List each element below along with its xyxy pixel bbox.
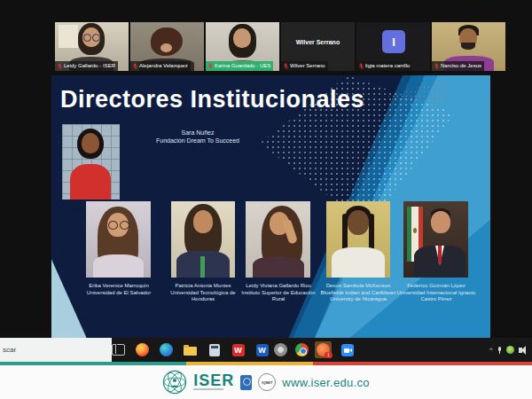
director-photo-erika — [86, 201, 151, 278]
participant-name-label: ligia matera carrillo — [356, 61, 412, 71]
antivirus-icon[interactable] — [506, 346, 514, 354]
featured-name: Sara Nuñez — [136, 129, 260, 137]
tray-microphone-icon[interactable] — [497, 347, 502, 354]
director-name: Federico Guzmán López — [395, 283, 477, 290]
participant-display-name: Wilver Serrano — [281, 39, 355, 45]
director-org: Instituto Superior de Educación Rural — [239, 290, 318, 303]
director-photo-patricia — [171, 201, 235, 278]
hidden-icons-chevron[interactable]: ^ — [489, 346, 493, 354]
director-org: Universidad Tecnológica de Honduras — [164, 290, 242, 303]
word-icon[interactable]: W — [254, 341, 270, 358]
director-name: Patricia Antonia Montes — [164, 283, 242, 290]
featured-caption: Sara Nuñez Fundación Dream To Succeed — [136, 129, 260, 145]
participant-tile-ligia[interactable]: I ligia matera carrillo — [356, 22, 430, 71]
calculator-icon[interactable] — [206, 341, 223, 358]
zoom-app-icon[interactable] — [339, 341, 356, 358]
powerpoint-icon[interactable]: 1 — [315, 341, 332, 358]
participant-name: Karina Guardado - UES — [215, 61, 270, 71]
director-caption: Leidy Viviana Gallardo Rico Instituto Su… — [239, 283, 318, 303]
wps-office-icon[interactable]: W — [230, 341, 246, 358]
participant-name: Wilver Serrano — [290, 61, 325, 71]
director-caption: Federico Guzmán López Universidad Intern… — [395, 283, 477, 303]
settings-icon[interactable] — [272, 341, 289, 358]
director-org: Universidad de El Salvador — [78, 290, 160, 297]
iqnet-badge: IQNET — [258, 373, 276, 391]
participant-tile-leidy-gallardo[interactable]: Leidy Gallardo - ISER — [55, 22, 129, 71]
chrome-icon[interactable] — [293, 341, 310, 358]
iser-brand-text: ISER — [193, 374, 234, 387]
firefox-icon[interactable] — [134, 341, 151, 358]
participant-name-label: Wilver Serrano — [281, 61, 328, 71]
participant-tile-narciso[interactable]: Narciso de Jesus — [432, 22, 505, 71]
director-name: Dexon Sambola McKenson — [314, 283, 403, 290]
speaker-icon[interactable] — [519, 348, 522, 353]
edge-icon[interactable] — [158, 341, 175, 358]
participant-name: ligia matera carrillo — [365, 61, 410, 71]
director-org: Bluefields Indian and Caribbean Universi… — [314, 290, 403, 303]
participant-name-label: Leidy Gallardo - ISER — [55, 61, 118, 71]
participant-name: Leidy Gallardo - ISER — [64, 61, 115, 71]
participant-tile-alejandra[interactable]: Alejandra Velazquez — [130, 22, 204, 71]
director-caption: Dexon Sambola McKenson Bluefields Indian… — [314, 283, 403, 303]
footer-url: www.iser.edu.co — [282, 376, 369, 389]
iser-logo — [162, 370, 187, 395]
participant-name: Alejandra Velazquez — [139, 61, 188, 71]
director-photo-dexon — [326, 201, 390, 278]
featured-photo-sara — [62, 124, 120, 200]
director-org: Universidad Internacional Ignacio Castro… — [395, 290, 477, 303]
shared-screen-slide: Directores Institucionales Sara Nuñez Fu… — [51, 75, 490, 338]
director-caption: Erika Verenice Marroquín Universidad de … — [78, 283, 160, 296]
director-name: Erika Verenice Marroquín — [78, 283, 160, 290]
participant-tile-karina-active-speaker[interactable]: Karina Guardado - UES — [206, 22, 279, 71]
participant-name-label: Alejandra Velazquez — [130, 61, 191, 71]
muted-mic-icon — [133, 63, 137, 70]
director-caption: Patricia Antonia Montes Universidad Tecn… — [164, 283, 242, 303]
file-explorer-icon[interactable] — [182, 341, 199, 358]
director-name: Leidy Viviana Gallardo Rico — [239, 283, 318, 290]
participant-name: Narciso de Jesus — [441, 61, 481, 71]
muted-mic-icon — [58, 63, 62, 70]
taskbar: W W 1 ^ — [0, 338, 532, 362]
notification-badge: 1 — [325, 352, 332, 358]
director-photo-federico — [403, 201, 468, 278]
avatar: I — [382, 30, 405, 53]
participant-tile-wilver[interactable]: Wilver Serrano Wilver Serrano — [281, 22, 355, 71]
slide-title: Directores Institucionales — [60, 86, 364, 113]
task-view-icon[interactable] — [110, 341, 127, 358]
certification-badge-icon — [240, 375, 252, 390]
participant-name-label: Karina Guardado - UES — [206, 61, 273, 71]
muted-mic-icon — [208, 63, 213, 70]
director-photo-leidy-viviana — [246, 201, 310, 278]
muted-mic-icon — [434, 63, 439, 70]
iser-wordmark: ISER — [193, 374, 234, 390]
system-tray: ^ — [489, 338, 526, 362]
taskbar-search-input[interactable] — [0, 338, 112, 362]
featured-org: Fundación Dream To Succeed — [136, 137, 260, 145]
participant-name-label: Narciso de Jesus — [432, 61, 484, 71]
footer-banner: ISER IQNET www.iser.edu.co — [0, 365, 532, 399]
muted-mic-icon — [284, 63, 288, 70]
muted-mic-icon — [359, 63, 364, 70]
